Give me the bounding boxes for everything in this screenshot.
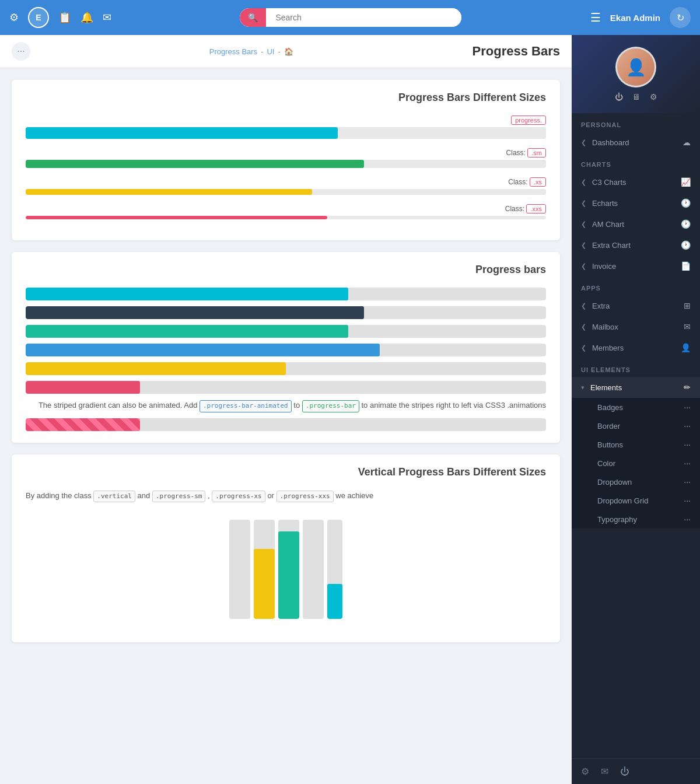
sidebar-item-c3charts[interactable]: ❮ C3 Charts 📈 bbox=[572, 172, 700, 192]
sidebar: 👤 ⏻ 🖥 ⚙ PERSONAL ❮ Dashboard ☁ CHARTS ❮ bbox=[572, 35, 700, 784]
sidebar-item-elements[interactable]: ▾ Elements ✏ bbox=[572, 377, 700, 398]
footer-power-icon[interactable]: ⏻ bbox=[620, 766, 629, 777]
profile-content: 👤 ⏻ 🖥 ⚙ bbox=[583, 47, 688, 102]
code-badge-animated: .progress-bar-animated bbox=[200, 400, 292, 412]
progress-row-dark bbox=[26, 306, 546, 319]
user-name: Ekan Admin bbox=[610, 13, 660, 23]
progress-row-yellow bbox=[26, 362, 546, 375]
menu-icon[interactable]: ☰ bbox=[590, 10, 601, 24]
progress-fill-xxs bbox=[26, 216, 327, 219]
typography-label: Typography bbox=[597, 515, 637, 524]
calendar-icon[interactable]: 📋 bbox=[58, 11, 71, 24]
page-title: Progress Bars bbox=[473, 44, 560, 59]
sidebar-item-dropdown-grid[interactable]: Dropdown Grid ··· bbox=[572, 491, 700, 510]
progress-fill-p2 bbox=[26, 306, 364, 319]
progress-track-p4 bbox=[26, 344, 546, 356]
chevron-mailbox: ❮ bbox=[581, 323, 586, 331]
badges-label: Badges bbox=[597, 403, 623, 412]
mailbox-icon: ✉ bbox=[684, 322, 691, 331]
progress-track-p5 bbox=[26, 362, 546, 375]
gear-icon[interactable]: ⚙ bbox=[650, 92, 657, 102]
chevron-extra: ❮ bbox=[581, 302, 586, 310]
border-icon: ··· bbox=[684, 421, 691, 430]
mail-icon[interactable]: ✉ bbox=[103, 11, 111, 24]
progress-row-red bbox=[26, 381, 546, 394]
vbar-fill-4 bbox=[303, 572, 324, 619]
sidebar-item-extra[interactable]: ❮ Extra ⊞ bbox=[572, 295, 700, 316]
sidebar-item-members[interactable]: ❮ Members 👤 bbox=[572, 337, 700, 358]
progress-track-xs bbox=[26, 189, 546, 195]
section-apps: APPS bbox=[572, 276, 700, 295]
members-label: Members bbox=[592, 344, 624, 352]
breadcrumb-home[interactable]: 🏠 bbox=[284, 47, 293, 56]
power-icon[interactable]: ⏻ bbox=[615, 92, 623, 102]
sidebar-item-border[interactable]: Border ··· bbox=[572, 416, 700, 435]
profile-avatar[interactable]: 👤 bbox=[615, 47, 656, 88]
c3charts-label: C3 Charts bbox=[592, 178, 626, 187]
refresh-button[interactable]: ↻ bbox=[670, 7, 691, 28]
breadcrumb-progress-bars[interactable]: Progress Bars bbox=[209, 47, 257, 56]
search-input[interactable] bbox=[266, 8, 461, 27]
section-personal: PERSONAL bbox=[572, 113, 700, 132]
sidebar-item-invoice[interactable]: ❮ Invoice 📄 bbox=[572, 256, 700, 276]
sidebar-item-buttons[interactable]: Buttons ··· bbox=[572, 435, 700, 454]
sidebar-item-badges[interactable]: Badges ··· bbox=[572, 398, 700, 416]
footer-mail-icon[interactable]: ✉ bbox=[601, 766, 608, 777]
extrachart-icon: 🕐 bbox=[681, 240, 691, 250]
footer-settings-icon[interactable]: ⚙ bbox=[581, 766, 589, 777]
main-content: ··· Progress Bars - UI - 🏠 Progress Bars… bbox=[0, 35, 572, 784]
breadcrumb-nav: Progress Bars - UI - 🏠 bbox=[209, 47, 293, 56]
progress-track-sm bbox=[26, 160, 546, 168]
sidebar-item-mailbox[interactable]: ❮ Mailbox ✉ bbox=[572, 316, 700, 337]
progress-fill-p3 bbox=[26, 325, 348, 338]
sidebar-item-color[interactable]: Color ··· bbox=[572, 454, 700, 473]
content-area: Progress Bars Different Sizes progress. … bbox=[0, 68, 572, 654]
sidebar-profile: 👤 ⏻ 🖥 ⚙ bbox=[572, 35, 700, 113]
sidebar-item-typography[interactable]: Typography ··· bbox=[572, 510, 700, 528]
progress-fill-animated bbox=[26, 418, 140, 431]
chevron-dashboard: ❮ bbox=[581, 139, 586, 146]
settings-icon[interactable]: ⚙ bbox=[9, 11, 19, 24]
extra-label: Extra bbox=[592, 302, 610, 310]
search-button[interactable]: 🔍 bbox=[240, 8, 266, 27]
section-ui: UI ELEMENTS bbox=[572, 358, 700, 377]
breadcrumb-bar: ··· Progress Bars - UI - 🏠 Progress Bars bbox=[0, 35, 572, 68]
breadcrumb-ui[interactable]: UI bbox=[267, 47, 274, 56]
card-vertical-bars: Vertical Progress Bars Different Sizes B… bbox=[12, 454, 560, 643]
vbar-fill-1 bbox=[229, 590, 250, 619]
sidebar-item-dashboard[interactable]: ❮ Dashboard ☁ bbox=[572, 132, 700, 153]
chevron-extrachart: ❮ bbox=[581, 242, 586, 249]
sidebar-item-dropdown[interactable]: Dropdown ··· bbox=[572, 473, 700, 491]
progress-row-default: progress. bbox=[26, 116, 546, 139]
progress-fill-default bbox=[26, 127, 338, 139]
chevron-members: ❮ bbox=[581, 344, 586, 352]
buttons-icon: ··· bbox=[684, 440, 691, 449]
vbar-3 bbox=[278, 520, 299, 619]
chevron-c3: ❮ bbox=[581, 178, 586, 186]
dropdown-grid-icon: ··· bbox=[684, 496, 691, 505]
bell-icon[interactable]: 🔔 bbox=[80, 11, 93, 24]
topnav-center: 🔍 bbox=[111, 8, 590, 27]
chevron-elements: ▾ bbox=[581, 384, 584, 391]
progress-track-p1 bbox=[26, 288, 546, 300]
vbar-4 bbox=[303, 520, 324, 619]
dropdown-label: Dropdown bbox=[597, 478, 632, 487]
search-wrapper: 🔍 bbox=[240, 8, 461, 27]
extrachart-label: Extra Chart bbox=[592, 241, 631, 250]
sidebar-item-amchart[interactable]: ❮ AM Chart 🕐 bbox=[572, 214, 700, 235]
progress-track-p6 bbox=[26, 381, 546, 394]
breadcrumb-dots[interactable]: ··· bbox=[12, 42, 30, 61]
sidebar-item-echarts[interactable]: ❮ Echarts 🕐 bbox=[572, 192, 700, 214]
invoice-label: Invoice bbox=[592, 262, 616, 271]
user-avatar[interactable]: E bbox=[28, 7, 49, 28]
code-vertical: .vertical bbox=[93, 491, 135, 503]
progress-badge-sm: .sm bbox=[527, 148, 546, 158]
monitor-icon[interactable]: 🖥 bbox=[632, 92, 640, 102]
progress-fill-p1 bbox=[26, 288, 348, 300]
sidebar-footer: ⚙ ✉ ⏻ bbox=[572, 758, 700, 784]
sidebar-item-extrachart[interactable]: ❮ Extra Chart 🕐 bbox=[572, 235, 700, 256]
elements-label: Elements bbox=[590, 383, 622, 392]
progress-fill-p4 bbox=[26, 344, 380, 356]
progress-badge-xs: .xs bbox=[530, 177, 546, 187]
amchart-label: AM Chart bbox=[592, 220, 624, 229]
